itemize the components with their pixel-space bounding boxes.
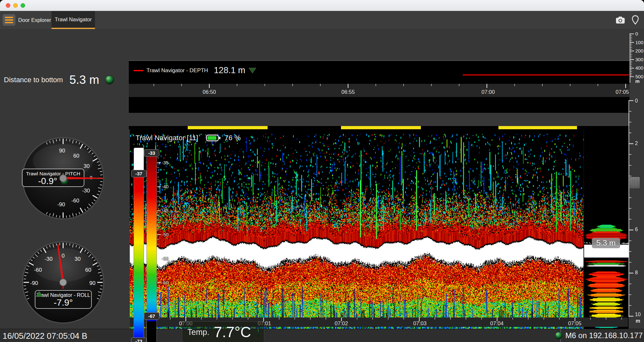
roll-scale-label: 60 — [85, 267, 91, 273]
distance-label: Distance to bottom — [4, 76, 63, 84]
pitch-status-led — [61, 177, 68, 185]
close-window-button[interactable] — [6, 3, 10, 8]
hamburger-icon — [5, 17, 13, 18]
battery-icon — [206, 134, 221, 142]
recording-activity-strip — [129, 126, 630, 129]
title-bar — [0, 0, 644, 11]
roll-scale-label: 90 — [90, 280, 96, 287]
pitch-scale-label: -60 — [71, 198, 80, 204]
time-label: 07:04 — [490, 320, 503, 327]
time-label: 06:55 — [341, 89, 355, 95]
time-label: 06:50 — [203, 89, 216, 95]
ascope-panel[interactable]: 5.3 m — [583, 129, 628, 342]
db-scale-label: -60 — [162, 280, 169, 285]
time-label: 07:03 — [413, 320, 426, 327]
colorbar-left-top-badge: -37 — [131, 170, 147, 177]
pitch-scale-label: 30 — [84, 163, 90, 170]
depth-scale-label: 400 — [635, 65, 643, 71]
tab-trawl-navigator[interactable]: Trawl Navigator — [52, 11, 95, 29]
temp-status-led — [258, 327, 259, 337]
db-scale-label: -55 — [162, 256, 169, 261]
roll-scale-label: -30 — [45, 256, 53, 262]
time-label: 07:00 — [481, 89, 495, 95]
db-scale-label: -65 — [162, 304, 169, 309]
pitch-scale-label: -90 — [57, 201, 65, 208]
ascope-scale-label: 0 — [635, 98, 638, 104]
db-scale-label: -50 — [162, 232, 169, 237]
pitch-scale-label: -30 — [82, 188, 90, 194]
echogram-panel[interactable]: Trawl Navigator [11] 76 % -37 -73 -33 -6… — [130, 129, 583, 342]
tab-door-explorer[interactable]: Door Explorer — [18, 11, 52, 29]
depth-legend-value: 128.1 m — [214, 65, 245, 75]
distance-value: 5.3 m — [69, 73, 99, 87]
ascope-scale-ticks — [628, 100, 634, 327]
echogram-title: Trawl Navigator [11] — [136, 134, 198, 142]
main-area: Distance to bottom 5.3 m 90 60 30 0 -30 … — [0, 29, 644, 329]
temp-label: Temp. — [187, 327, 209, 337]
recording-segment — [341, 126, 421, 129]
recording-segment — [498, 126, 577, 129]
time-label: 07:05 — [568, 320, 581, 327]
roll-gauge: 0 -30 30 -60 60 -90 90 Trawl Navigator -… — [21, 240, 105, 324]
temp-value: 7.7°C — [214, 323, 251, 341]
temperature-overlay: Temp. 7.7°C — [182, 321, 264, 342]
ascope-scale-label: 2 — [635, 141, 638, 146]
distance-marker-badge: 5.3 m — [592, 238, 620, 248]
echogram-canvas[interactable] — [130, 129, 583, 342]
connection-text: M6 on 192.168.10.177 — [565, 331, 643, 340]
pitch-scale-label: 90 — [59, 148, 65, 154]
roll-value: -7.9° — [54, 298, 73, 308]
depth-scale-unit: m — [635, 78, 639, 84]
depth-time-axis: 06:50 06:55 07:00 07:05 — [129, 84, 630, 97]
pitch-scale-label: 0 — [90, 175, 92, 180]
toolbar: Door Explorer Trawl Navigator — [0, 11, 644, 29]
app-window: Door Explorer Trawl Navigator Distance t… — [0, 0, 644, 342]
depth-chart-scale: 0 100 200 300 400 500 m — [630, 31, 644, 84]
db-scale-label: -45 — [162, 208, 169, 213]
depth-line-swatch — [134, 70, 143, 71]
colorbar-left-bottom-badge: -73 — [131, 337, 147, 342]
colorbar-right-bottom-badge: -67 — [144, 312, 159, 320]
depth-scale-ticks — [630, 31, 635, 84]
tab-label: Trawl Navigator — [55, 16, 92, 23]
connection-led — [555, 332, 563, 339]
depth-legend: Trawl Navigator - DEPTH 128.1 m — [134, 65, 256, 75]
roll-trend-up-icon — [35, 291, 43, 297]
time-ticks — [130, 318, 628, 321]
roll-scale-label: 30 — [75, 256, 81, 262]
recording-segment — [188, 126, 267, 129]
location-pin-icon[interactable] — [632, 15, 639, 25]
minimize-window-button[interactable] — [13, 3, 18, 8]
camera-icon[interactable] — [616, 16, 625, 24]
distance-status-led — [105, 75, 114, 84]
battery-percent: 76 % — [224, 134, 241, 142]
roll-value-box: Trawl Navigator - ROLL -7.9° — [35, 290, 92, 309]
menu-button[interactable] — [3, 14, 15, 26]
time-label: 07:02 — [335, 320, 348, 327]
ascope-scale-label: 10 — [635, 312, 641, 318]
depth-series-line — [463, 74, 629, 75]
ascope-scale-label: 8 — [635, 270, 638, 276]
ascope-scale-unit: m — [636, 318, 640, 324]
connection-status: M6 on 192.168.10.177 — [555, 329, 643, 342]
db-scale-label: -40 — [162, 184, 169, 189]
roll-scale-label: 0 — [62, 253, 64, 259]
zoom-window-button[interactable] — [21, 3, 25, 8]
depth-range-slider[interactable] — [629, 177, 640, 189]
roll-scale-label: -60 — [34, 267, 42, 273]
time-ticks — [129, 84, 630, 88]
pitch-scale-label: 60 — [73, 153, 80, 159]
depth-scale-label: 200 — [635, 48, 643, 54]
depth-scale-label: 0 — [635, 31, 638, 36]
pitch-value: -0.9° — [38, 176, 57, 186]
status-datetime: 16/05/2022 07:05:04 B — [3, 331, 87, 341]
depth-scale-label: 300 — [635, 57, 643, 62]
tab-label: Door Explorer — [18, 17, 51, 23]
ascope-canvas — [584, 129, 629, 342]
pitch-value-box: Trawl Navigator - PITCH -0.9° — [22, 169, 84, 187]
depth-scale-label: 100 — [635, 40, 643, 45]
echogram-header: Trawl Navigator [11] 76 % — [136, 134, 241, 142]
ascope-scale-label: 6 — [635, 227, 638, 232]
pitch-gauge: 90 60 30 0 -30 -60 -90 Trawl Navigator -… — [21, 136, 105, 220]
db-scale-label: -35 — [162, 160, 169, 165]
